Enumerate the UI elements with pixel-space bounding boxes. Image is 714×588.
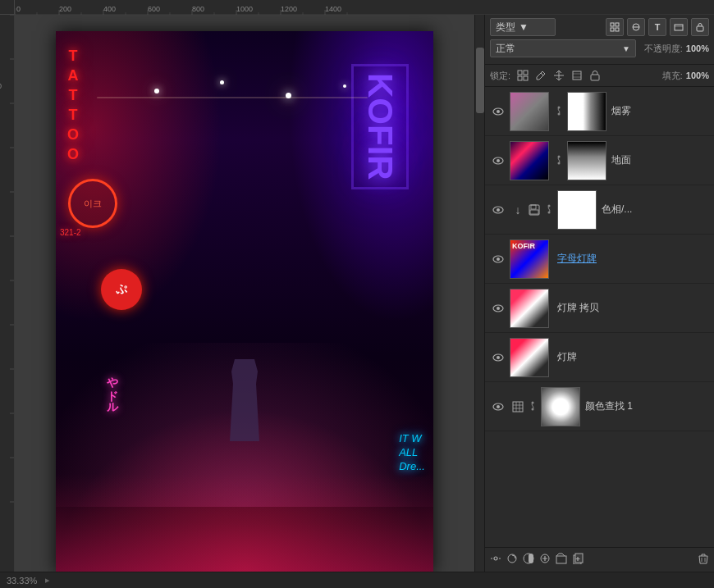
svg-rect-50 [518, 76, 522, 80]
layers-bottom-bar [485, 547, 714, 572]
svg-text:400: 400 [103, 5, 116, 13]
svg-point-76 [497, 356, 500, 359]
svg-rect-47 [697, 26, 703, 31]
pink-sign: やドル [105, 369, 120, 408]
lock-move-icon[interactable] [552, 68, 566, 83]
sparkle-2 [220, 80, 224, 84]
lock-row: 锁定: [485, 65, 714, 87]
svg-point-84 [532, 401, 534, 403]
lock-all-icon[interactable] [588, 68, 602, 83]
lock-pixel-icon[interactable] [515, 68, 530, 83]
person-silhouette [228, 359, 261, 441]
layer-visibility-hue[interactable] [490, 202, 506, 218]
layer-item-sign[interactable]: 灯牌 [485, 333, 714, 382]
add-layer-style-icon[interactable] [506, 553, 518, 567]
layer-name-hue: 色相/... [597, 203, 709, 217]
layer-thumb-kofir: KOFIR [510, 239, 549, 279]
status-zoom: 33.33% [7, 576, 37, 586]
svg-rect-52 [573, 71, 581, 80]
svg-rect-48 [518, 71, 522, 75]
layer-visibility-color-lookup[interactable] [490, 399, 506, 415]
layer-item-hue-sat[interactable]: ↓ 色相/.. [485, 185, 714, 235]
filter-lock-icon-btn[interactable] [691, 18, 709, 36]
layer-thumb-sign-copy [510, 289, 549, 328]
filter-text-icon-btn[interactable]: T [648, 18, 666, 36]
filter-pixel-icon-btn[interactable] [606, 18, 624, 36]
layers-filter-area: 类型 ▼ [485, 15, 714, 65]
lock-label: 锁定: [490, 70, 510, 82]
string-lights [97, 97, 368, 98]
layer-item-sign-copy[interactable]: 灯牌 拷贝 [485, 284, 714, 333]
layer-visibility-sign[interactable] [490, 349, 506, 366]
blend-mode-dropdown[interactable]: 正常 ▼ [490, 39, 636, 57]
svg-point-78 [497, 405, 500, 408]
layer-visibility-ground[interactable] [490, 153, 506, 169]
lock-icons-area [515, 68, 602, 83]
filter-type-dropdown[interactable]: 类型 ▼ [490, 18, 556, 36]
layer-link-ground [552, 154, 565, 167]
status-bar: 33.33% ▸ [0, 572, 714, 588]
tattoo-sign: TATTOO [64, 48, 81, 166]
create-group-icon[interactable] [556, 553, 567, 567]
layer-link-hue [542, 203, 556, 217]
svg-point-74 [497, 307, 500, 310]
svg-rect-42 [616, 28, 619, 31]
layer-link-color-lookup [526, 400, 539, 413]
svg-point-72 [497, 258, 500, 261]
svg-point-70 [548, 211, 551, 213]
main-area: 0 [0, 15, 714, 572]
kofir-sign: KOFIR [351, 64, 409, 189]
svg-point-65 [497, 208, 500, 212]
layer-visibility-sign-copy[interactable] [490, 300, 506, 317]
layer-name-ground: 地面 [606, 153, 709, 167]
filter-icons-row: T [606, 18, 709, 36]
delete-layer-icon[interactable] [698, 553, 709, 567]
svg-rect-88 [529, 554, 533, 563]
layer-grid-icon [510, 399, 526, 415]
layer-adj-arrow: ↓ [510, 202, 526, 218]
filter-circle-icon-btn[interactable] [627, 18, 645, 36]
layers-panel: 类型 ▼ [484, 15, 714, 572]
layer-name-sign-copy: 灯牌 拷贝 [552, 301, 709, 315]
layer-visibility-smoke[interactable] [490, 103, 506, 120]
layer-item-ground[interactable]: 地面 [485, 136, 714, 185]
svg-rect-40 [616, 23, 619, 26]
svg-text:0: 0 [16, 5, 21, 13]
svg-rect-92 [575, 554, 583, 563]
canvas-wrapper: TATTOO 이크 321-2 KOFIR [15, 15, 484, 572]
svg-rect-45 [675, 25, 683, 30]
sparkle-3 [286, 93, 291, 98]
svg-rect-49 [524, 71, 528, 75]
svg-text:1000: 1000 [236, 5, 253, 13]
create-fill-adjustment-icon[interactable] [539, 553, 551, 567]
layer-item-color-lookup[interactable]: 颜色查找 1 [485, 382, 714, 431]
svg-point-61 [497, 159, 500, 162]
svg-rect-67 [531, 205, 536, 209]
canvas-area: TATTOO 이크 321-2 KOFIR [15, 15, 474, 572]
layer-item-kofir[interactable]: KOFIR 字母灯牌 [485, 235, 714, 284]
create-new-layer-icon[interactable] [572, 553, 584, 567]
svg-text:800: 800 [192, 5, 204, 13]
canvas-image: TATTOO 이크 321-2 KOFIR [56, 31, 433, 572]
svg-text:1400: 1400 [325, 5, 341, 13]
link-layers-icon[interactable] [490, 553, 501, 567]
ruler-corner [0, 0, 15, 15]
filter-shape-icon-btn[interactable] [670, 18, 688, 36]
svg-point-62 [558, 155, 561, 157]
layer-name-kofir: 字母灯牌 [552, 252, 709, 266]
sparkle-4 [343, 84, 346, 88]
layer-item-smoke[interactable]: 烟雾 [485, 87, 714, 136]
layer-visibility-kofir[interactable] [490, 251, 506, 267]
layer-name-sign: 灯牌 [552, 350, 709, 364]
add-layer-mask-icon[interactable] [523, 553, 534, 567]
blend-mode-label: 正常 [496, 42, 515, 56]
sparkle-1 [154, 89, 159, 93]
fill-area: 填充: 100% [662, 70, 709, 82]
filter-type-label: 类型 [496, 21, 515, 34]
lock-artboard-icon[interactable] [570, 68, 584, 83]
svg-rect-39 [611, 23, 614, 26]
lock-brush-icon[interactable] [533, 68, 548, 83]
blend-dropdown-arrow: ▼ [622, 44, 630, 53]
canvas-scrollbar-vertical[interactable] [474, 15, 484, 572]
horizontal-ruler: 0 200 400 600 800 1000 1200 1400 [15, 0, 714, 15]
